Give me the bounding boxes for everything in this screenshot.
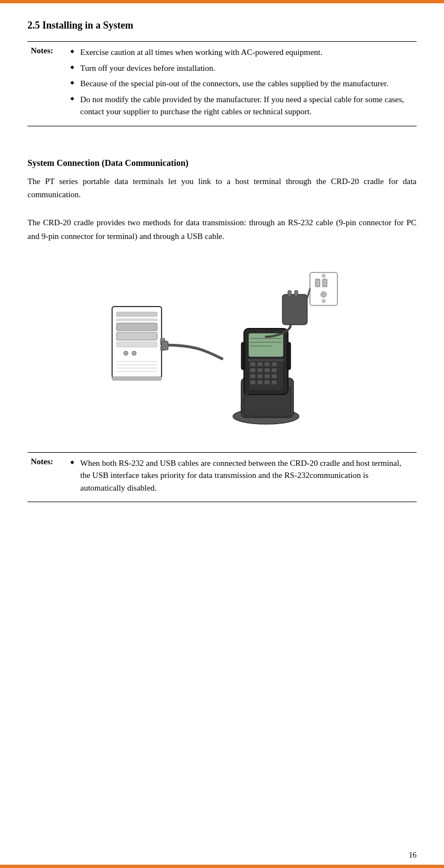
svg-rect-47 xyxy=(323,279,327,287)
spacer-1 xyxy=(27,136,417,147)
svg-point-49 xyxy=(322,274,325,277)
connection-diagram xyxy=(96,257,348,438)
paragraph-2: The CRD-20 cradle provides two methods f… xyxy=(27,216,417,243)
svg-rect-36 xyxy=(264,374,270,379)
svg-rect-29 xyxy=(271,362,277,366)
svg-rect-39 xyxy=(257,380,263,385)
pc-tower xyxy=(112,307,165,380)
paragraph-1: The PT series portable data terminals le… xyxy=(27,175,417,202)
svg-rect-4 xyxy=(116,332,157,340)
note-item-1: Exercise caution at all times when worki… xyxy=(69,46,413,59)
svg-rect-1 xyxy=(116,312,157,316)
svg-rect-15 xyxy=(162,341,168,350)
subsection-title: System Connection (Data Communication) xyxy=(27,158,417,168)
note-item-4: Do not modify the cable provided by the … xyxy=(69,93,413,118)
notes-list-bottom: When both RS-232 and USB cables are conn… xyxy=(69,457,413,494)
svg-rect-28 xyxy=(264,362,270,366)
svg-rect-3 xyxy=(116,323,157,331)
note-item-3: Because of the special pin-out of the co… xyxy=(69,77,413,90)
svg-rect-26 xyxy=(250,362,256,366)
notes-label-bottom: Notes: xyxy=(27,452,66,502)
svg-rect-46 xyxy=(315,279,320,287)
svg-point-7 xyxy=(132,351,136,355)
svg-rect-42 xyxy=(247,359,285,361)
svg-rect-52 xyxy=(288,291,291,296)
svg-rect-2 xyxy=(116,319,157,321)
svg-rect-27 xyxy=(257,362,263,366)
note-item-2: Turn off your devices before installatio… xyxy=(69,62,413,75)
svg-rect-31 xyxy=(257,368,263,372)
svg-rect-10 xyxy=(112,377,162,380)
svg-rect-30 xyxy=(250,368,256,372)
notes-list-top: Exercise caution at all times when worki… xyxy=(69,46,413,118)
spacer-2 xyxy=(27,210,417,216)
svg-point-50 xyxy=(322,299,325,303)
svg-rect-44 xyxy=(287,342,291,370)
note-bottom-item-1: When both RS-232 and USB cables are conn… xyxy=(69,457,413,494)
svg-rect-51 xyxy=(282,294,307,325)
svg-rect-34 xyxy=(250,374,256,379)
svg-rect-37 xyxy=(271,374,277,379)
svg-rect-53 xyxy=(295,291,298,296)
notes-content-bottom: When both RS-232 and USB cables are conn… xyxy=(66,452,417,502)
svg-rect-5 xyxy=(116,342,157,347)
power-adapter xyxy=(310,272,337,305)
diagram-area xyxy=(27,254,417,441)
svg-point-6 xyxy=(124,351,128,355)
svg-rect-32 xyxy=(264,368,270,372)
notes-label-top: Notes: xyxy=(27,42,66,126)
svg-rect-41 xyxy=(271,380,277,385)
svg-rect-43 xyxy=(241,342,245,370)
notes-table-bottom: Notes: When both RS-232 and USB cables a… xyxy=(27,452,417,503)
section-title: 2.5 Installing in a System xyxy=(27,20,417,31)
page-number: 16 xyxy=(409,851,417,860)
notes-table-top: Notes: Exercise caution at all times whe… xyxy=(27,41,417,126)
bottom-bar xyxy=(0,865,444,868)
svg-point-48 xyxy=(321,292,326,297)
pt-device xyxy=(241,329,291,394)
svg-rect-33 xyxy=(271,368,277,372)
svg-rect-35 xyxy=(257,374,263,379)
svg-rect-40 xyxy=(264,380,270,385)
svg-rect-38 xyxy=(250,380,256,385)
notes-content-top: Exercise caution at all times when worki… xyxy=(66,42,417,126)
